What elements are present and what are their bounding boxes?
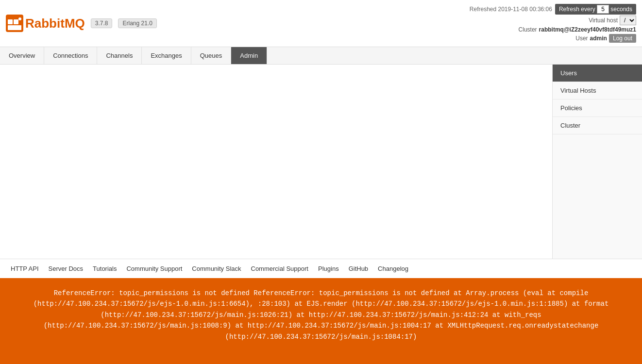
nav-channels[interactable]: Channels [97,47,142,64]
error-message: ReferenceError: topic_permissions is not… [15,288,627,342]
header: RabbitMQ 3.7.8 Erlang 21.0 Refreshed 201… [0,0,642,47]
user-label: User [575,35,588,42]
refresh-bar: Refreshed 2019-11-08 00:36:06 Refresh ev… [470,4,636,15]
error-panel: ReferenceError: topic_permissions is not… [0,278,642,364]
nav-connections[interactable]: Connections [44,47,97,64]
sidebar-item-virtual-hosts[interactable]: Virtual Hosts [553,82,642,99]
svg-rect-4 [18,17,21,20]
cluster-bar: Cluster rabbitmq@iZ2zeeyf40vf8tdf49muz1 [470,26,636,33]
footer-server-docs[interactable]: Server Docs [44,263,88,274]
svg-rect-1 [8,19,13,24]
virtual-host-select[interactable]: / [620,16,636,25]
footer-plugins[interactable]: Plugins [313,263,344,274]
footer-tutorials[interactable]: Tutorials [88,263,121,274]
content-area [0,65,552,259]
erlang-badge: Erlang 21.0 [118,18,156,28]
refresh-timestamp: Refreshed 2019-11-08 00:36:06 [470,6,552,13]
right-sidebar: Users Virtual Hosts Policies Cluster [552,65,642,259]
rabbitmq-logo-icon [6,15,23,32]
nav-admin[interactable]: Admin [231,47,267,64]
sidebar-item-policies[interactable]: Policies [553,99,642,117]
virtual-host-label: Virtual host [589,17,618,24]
main-nav: Overview Connections Channels Exchanges … [0,47,642,65]
logo: RabbitMQ [6,15,85,32]
footer-community-support[interactable]: Community Support [121,263,187,274]
nav-overview[interactable]: Overview [0,47,44,64]
svg-rect-3 [8,25,21,30]
sidebar-item-users[interactable]: Users [553,65,642,82]
footer-changelog[interactable]: Changelog [373,263,413,274]
main-area: Users Virtual Hosts Policies Cluster [0,65,642,259]
virtual-host-bar: Virtual host / [470,16,636,25]
header-right: Refreshed 2019-11-08 00:36:06 Refresh ev… [470,4,636,43]
nav-queues[interactable]: Queues [191,47,232,64]
nav-exchanges[interactable]: Exchanges [142,47,191,64]
svg-rect-2 [14,19,18,24]
footer-commercial-support[interactable]: Commercial Support [246,263,314,274]
logout-button[interactable]: Log out [609,34,636,43]
user-value: admin [590,35,607,42]
version-badge: 3.7.8 [91,18,113,28]
sidebar-item-cluster[interactable]: Cluster [553,117,642,134]
cluster-label: Cluster [519,26,537,33]
logo-area: RabbitMQ 3.7.8 Erlang 21.0 [6,15,157,32]
cluster-value: rabbitmq@iZ2zeeyf40vf8tdf49muz1 [539,26,636,33]
footer-github[interactable]: GitHub [344,263,373,274]
refresh-interval-input[interactable] [597,5,609,14]
logo-text: RabbitMQ [25,16,85,31]
refresh-button[interactable]: Refresh every seconds [555,4,636,15]
footer-http-api[interactable]: HTTP API [6,263,44,274]
footer-links: HTTP API Server Docs Tutorials Community… [0,259,642,278]
footer-community-slack[interactable]: Community Slack [187,263,246,274]
user-bar: User admin Log out [470,34,636,43]
